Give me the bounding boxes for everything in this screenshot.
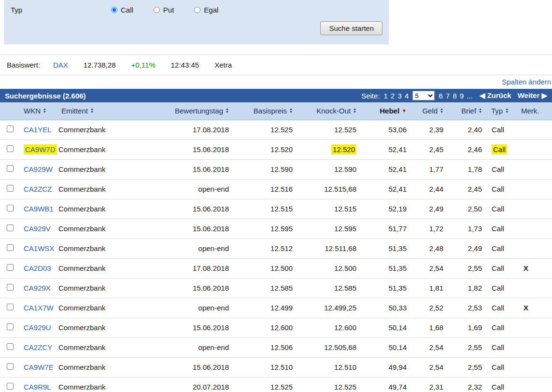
knockout-cell: 12.595 (298, 219, 362, 238)
typ-radio-egal[interactable] (194, 7, 200, 13)
wkn-link[interactable]: CA929U (24, 323, 51, 332)
brief-value: 2,53 (468, 304, 482, 312)
column-header-geld[interactable]: Geld▲▼ (412, 102, 449, 120)
pagination-page-...[interactable]: ... (466, 92, 473, 100)
bewertungstag-value: 15.06.2018 (193, 224, 229, 233)
row-checkbox[interactable] (7, 323, 14, 330)
wkn-link[interactable]: CA2ZCZ (24, 185, 52, 193)
typ-option-egal[interactable]: Egal (194, 6, 218, 14)
knockout-value: 12.510 (334, 363, 356, 371)
knockout-cell: 12.500 (298, 258, 362, 278)
column-header-typ[interactable]: Typ▲▼ (488, 102, 518, 120)
typ-radio-call[interactable] (111, 7, 117, 13)
wkn-link[interactable]: CA9WB1 (24, 205, 54, 213)
column-header-emittent[interactable]: Emittent▲▼ (58, 102, 139, 120)
typ-value: Call (492, 205, 504, 213)
pagination-page-7[interactable]: 7 (445, 92, 450, 100)
merk-cell (518, 377, 552, 392)
pagination-page-2[interactable]: 2 (390, 92, 395, 100)
row-checkbox[interactable] (7, 145, 14, 152)
table-row: CA9W7E Commerzbank 15.06.2018 12.510 12.… (0, 357, 552, 377)
typ-option-call[interactable]: Call (111, 6, 133, 14)
brief-cell: 2,45 (449, 179, 488, 199)
row-checkbox[interactable] (7, 165, 14, 172)
checkbox-cell (0, 357, 20, 377)
merk-cell (518, 238, 552, 258)
typ-value: Call (492, 284, 504, 292)
basispreis-cell: 12.520 (235, 140, 298, 159)
bewertungstag-cell: 15.06.2018 (139, 199, 235, 219)
knockout-cell: 12.515,68 (298, 179, 362, 199)
row-checkbox[interactable] (7, 244, 14, 251)
bewertungstag-cell: 15.06.2018 (139, 159, 235, 179)
sort-both-icon: ▲▼ (505, 108, 509, 113)
wkn-link[interactable]: CA1YEL (24, 126, 52, 134)
table-row: CA2ZCZ Commerzbank open-end 12.516 12.51… (0, 179, 552, 199)
checkbox-cell (0, 318, 20, 337)
pagination-page-1[interactable]: 1 (383, 92, 388, 100)
row-checkbox[interactable] (7, 284, 14, 291)
basiswert-change: +0,11% (131, 61, 156, 69)
wkn-link[interactable]: CA2ZCY (24, 343, 52, 351)
brief-value: 2,45 (468, 185, 482, 193)
column-header-hebel[interactable]: Hebel▼ (362, 102, 412, 120)
hebel-value: 53,06 (388, 126, 407, 134)
geld-value: 2,31 (429, 383, 443, 391)
geld-cell: 2,48 (412, 238, 449, 258)
column-header-basispreis[interactable]: Basispreis▲▼ (235, 102, 298, 120)
pagination-prev[interactable]: ◀ Zurück (480, 91, 511, 100)
pagination-page-3[interactable]: 3 (397, 92, 402, 100)
pagination-page-8[interactable]: 8 (452, 92, 457, 100)
wkn-link[interactable]: CA2D03 (24, 264, 51, 272)
table-row: CA9WB1 Commerzbank 15.06.2018 12.515 12.… (0, 199, 552, 219)
typ-value: Call (492, 363, 504, 371)
pagination-page-4[interactable]: 4 (404, 92, 409, 100)
row-checkbox[interactable] (7, 343, 14, 350)
column-header-wkn[interactable]: WKN▲▼ (20, 102, 58, 120)
wkn-link[interactable]: CA929V (24, 224, 51, 233)
hebel-cell: 51,35 (362, 238, 412, 258)
column-header-brief[interactable]: Brief▲▼ (449, 102, 488, 120)
wkn-link[interactable]: CA9R9L (24, 383, 51, 391)
row-checkbox[interactable] (7, 383, 14, 390)
hebel-cell: 49,74 (362, 377, 412, 392)
wkn-link[interactable]: CA9W7D (24, 144, 57, 154)
column-header-bewertungstag[interactable]: Bewertungstag▲▼ (139, 102, 235, 120)
row-checkbox[interactable] (7, 363, 14, 370)
bewertungstag-cell: 15.06.2018 (139, 318, 235, 337)
row-checkbox[interactable] (7, 264, 14, 271)
column-header-merk: Merk. (518, 102, 552, 120)
pagination-next[interactable]: Weiter ▶ (518, 91, 547, 100)
wkn-link[interactable]: CA929W (24, 165, 53, 173)
basiswert-exchange: Xetra (214, 61, 232, 69)
geld-cell: 1,77 (412, 159, 449, 179)
wkn-cell: CA929W (20, 159, 58, 179)
wkn-link[interactable]: CA1WSX (24, 244, 54, 252)
wkn-link[interactable]: CA9W7E (24, 363, 54, 371)
row-checkbox[interactable] (7, 185, 14, 192)
merk-value: X (524, 304, 528, 312)
geld-value: 1,77 (429, 165, 443, 173)
row-checkbox[interactable] (7, 224, 14, 231)
geld-cell: 2,54 (412, 357, 449, 377)
knockout-value: 12.511,68 (325, 244, 356, 252)
wkn-link[interactable]: CA929X (24, 284, 51, 292)
row-checkbox[interactable] (7, 205, 14, 211)
emittent-cell: Commerzbank (58, 219, 139, 238)
typ-radio-put[interactable] (154, 7, 160, 13)
row-checkbox[interactable] (7, 304, 14, 310)
column-header-knockout[interactable]: Knock-Out▲▼ (298, 102, 362, 120)
pagination-page-6[interactable]: 6 (438, 92, 443, 100)
row-checkbox[interactable] (7, 126, 14, 132)
typ-cell: Call (488, 159, 518, 179)
basiswert-name-link[interactable]: DAX (53, 61, 68, 69)
search-button[interactable]: Suche starten (320, 21, 382, 35)
wkn-link[interactable]: CA1X7W (24, 304, 54, 312)
basispreis-cell: 12.499 (235, 298, 298, 318)
spalten-aendern-link[interactable]: Spalten ändern (502, 78, 551, 86)
basispreis-cell: 12.525 (235, 120, 298, 140)
page-select[interactable]: 5 (412, 91, 435, 100)
emittent-value: Commerzbank (58, 363, 106, 371)
pagination-page-9[interactable]: 9 (459, 92, 464, 100)
typ-option-put[interactable]: Put (154, 6, 174, 14)
